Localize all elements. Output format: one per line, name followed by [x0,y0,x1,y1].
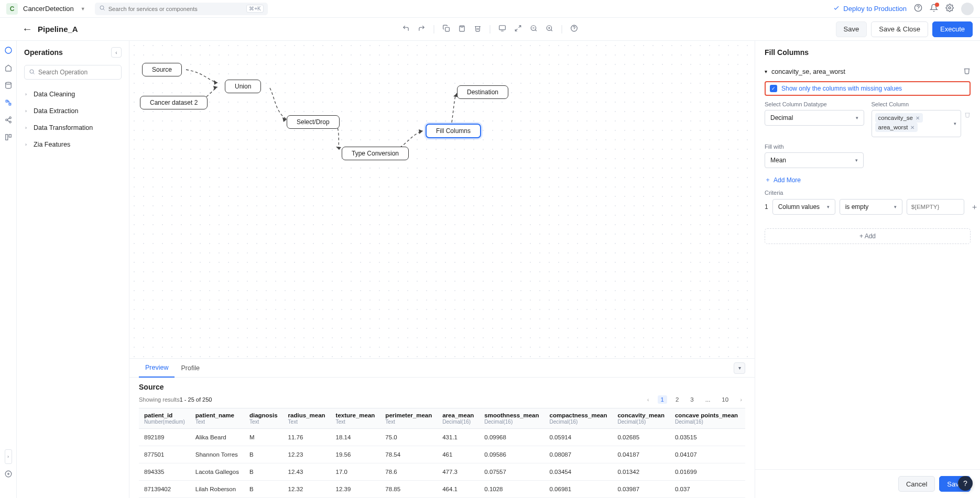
node-union[interactable]: Union [225,80,261,93]
column-header[interactable]: patient_nameText [190,408,244,429]
pager-page[interactable]: 1 [658,395,667,404]
copy-icon[interactable] [443,25,450,34]
rail-layout-icon[interactable] [5,134,12,142]
collapse-sidebar-icon[interactable]: ‹ [111,47,122,58]
operations-search[interactable] [24,65,122,80]
add-more-button[interactable]: ＋ Add More [765,175,971,184]
node-select-drop[interactable]: Select/Drop [287,115,340,129]
node-fill-columns[interactable]: Fill Columns [426,124,481,138]
preview-collapse-icon[interactable]: ▾ [734,362,745,374]
global-search-input[interactable] [108,6,243,12]
table-row[interactable]: 877501Shannon TorresB12.2319.5678.544610… [139,446,745,463]
zoom-in-icon[interactable] [546,25,553,34]
canvas-help-icon[interactable] [571,25,578,34]
fill-with-select[interactable]: Mean ▾ [765,152,864,168]
pipeline-canvas[interactable]: Source Cancer dataset 2 Union Select/Dro… [129,41,755,358]
delete-icon[interactable] [474,25,482,34]
add-section-button[interactable]: + Add [765,228,971,244]
column-header[interactable]: concave points_meanDecimal(16) [670,408,743,429]
column-chip[interactable]: concavity_se✕ [875,113,923,123]
criteria-column-select[interactable]: Column values ▾ [772,199,835,215]
rail-database-icon[interactable] [5,82,12,91]
rail-home-icon[interactable] [5,64,12,73]
criteria-value-input[interactable] [907,199,964,215]
deploy-button[interactable]: Deploy to Production [833,4,907,13]
checkbox-checked-icon[interactable]: ✓ [770,85,777,92]
avatar[interactable] [961,3,974,15]
section-toggle-icon[interactable]: ▾ [765,69,767,74]
back-arrow-icon[interactable]: ← [22,23,32,35]
criteria-add-icon[interactable]: ＋ [971,202,978,212]
column-header[interactable]: concavity_meanDecimal(16) [612,408,670,429]
column-header[interactable]: compactness_meanDecimal(16) [545,408,613,429]
table-cell: Shannon Torres [190,446,244,463]
zoom-out-icon[interactable] [530,25,538,34]
column-header[interactable]: radius_meanText [283,408,331,429]
table-row[interactable]: 892189Alika BeardM11.7618.1475.0431.10.0… [139,429,745,446]
pager-next[interactable]: › [737,395,745,404]
column-clear-icon[interactable] [964,112,971,119]
operation-category[interactable]: ›Data Extraction [24,103,122,119]
undo-icon[interactable] [402,25,410,34]
operations-search-input[interactable] [38,69,117,76]
help-icon[interactable] [914,4,922,14]
column-chip[interactable]: area_worst✕ [875,123,918,132]
operation-category[interactable]: ›Data Cleaning [24,86,122,103]
rail-logo-icon[interactable] [4,46,13,56]
fit-screen-icon[interactable] [499,25,506,34]
node-source[interactable]: Source [142,63,182,76]
rail-share-icon[interactable] [5,116,12,125]
chip-remove-icon[interactable]: ✕ [910,125,914,130]
node-destination[interactable]: Destination [457,85,508,99]
settings-icon[interactable] [945,4,954,14]
cancel-button[interactable]: Cancel [898,476,935,492]
execute-button[interactable]: Execute [932,21,973,37]
pager-page[interactable]: 10 [718,395,732,404]
column-header[interactable]: texture_meanText [331,408,380,429]
rail-add-icon[interactable] [5,470,12,479]
notifications-icon[interactable] [930,4,938,14]
tab-profile[interactable]: Profile [175,359,205,377]
table-row[interactable]: 87139402Lilah RobersonB12.3212.3978.8546… [139,481,745,498]
paste-icon[interactable] [459,25,466,34]
datatype-select[interactable]: Decimal ▾ [765,110,864,126]
rail-pipeline-icon[interactable] [5,99,12,108]
section-delete-icon[interactable] [963,67,971,76]
column-header[interactable]: perimeter_meanText [380,408,437,429]
show-missing-checkbox-row[interactable]: ✓ Show only the columns with missing val… [765,81,971,96]
expand-icon[interactable] [515,25,522,34]
table-cell: 12.32 [283,481,331,498]
tab-preview[interactable]: Preview [139,359,175,378]
fill-with-value: Mean [770,157,786,164]
column-header[interactable]: symmetry_meanDecimal(16) [743,408,745,429]
save-close-button[interactable]: Save & Close [871,21,928,37]
pager-page[interactable]: 2 [672,395,682,404]
operation-category[interactable]: ›Zia Features [24,136,122,153]
global-search[interactable]: ⌘+K [95,3,268,15]
preview-table: patient_idNumber(medium)patient_nameText… [139,408,745,498]
table-cell: 0.1028 [479,481,544,498]
operation-category[interactable]: ›Data Transformation [24,119,122,136]
node-dataset2[interactable]: Cancer dataset 2 [140,96,208,109]
pager-prev[interactable]: ‹ [644,395,652,404]
node-type-conversion[interactable]: Type Conversion [342,147,409,160]
table-cell: 87139402 [139,481,190,498]
column-multiselect[interactable]: concavity_se✕area_worst✕ ▾ [872,110,962,137]
chip-remove-icon[interactable]: ✕ [916,115,920,121]
save-button[interactable]: Save [836,21,867,37]
chevron-down-icon: ▾ [856,115,858,120]
table-row[interactable]: 894335Lacota GallegosB12.4317.078.6477.3… [139,463,745,481]
column-header[interactable]: area_meanDecimal(16) [437,408,479,429]
column-header[interactable]: patient_idNumber(medium) [139,408,190,429]
column-header[interactable]: smoothness_meanDecimal(16) [479,408,544,429]
help-bubble-icon[interactable]: ? [958,476,973,491]
column-header[interactable]: diagnosisText [244,408,283,429]
table-cell: 477.3 [437,463,479,481]
criteria-operator-select[interactable]: is empty ▾ [840,199,902,215]
pager-page[interactable]: 3 [687,395,696,404]
chevron-down-icon[interactable]: ▼ [81,6,85,12]
chevron-right-icon: › [25,142,30,147]
redo-icon[interactable] [418,25,426,34]
project-name[interactable]: CancerDetection [23,5,74,13]
rail-expand-icon[interactable]: › [5,449,12,464]
